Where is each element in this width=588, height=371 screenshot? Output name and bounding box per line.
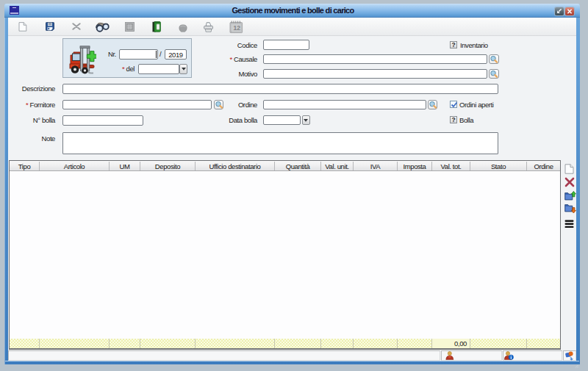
svg-text:12: 12: [233, 24, 240, 32]
